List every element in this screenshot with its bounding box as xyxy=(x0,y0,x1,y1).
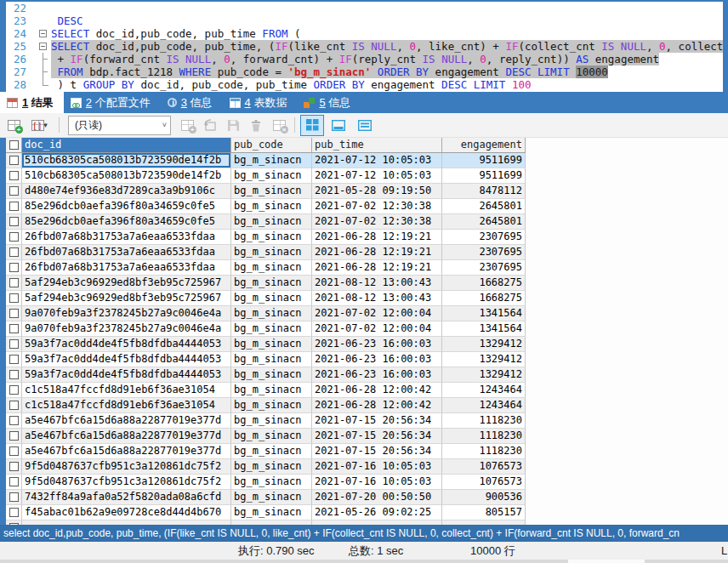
cell-pub-time[interactable]: 2021-06-28 12:00:42 xyxy=(312,383,442,398)
cell-pub-code[interactable]: bg_m_sinacn xyxy=(231,214,312,230)
cell-pub-code[interactable]: bg_m_sinacn xyxy=(231,199,312,214)
tab-table-data[interactable]: 4 表数据 xyxy=(223,92,298,113)
cell-pub-time[interactable]: 2021-06-28 12:19:21 xyxy=(312,260,442,276)
cell-pub-code[interactable]: bg_m_sinacn xyxy=(231,337,312,352)
cell-pub-code[interactable]: bg_m_sinacn xyxy=(231,291,312,306)
cell-pub-time[interactable]: 2021-05-26 09:02:25 xyxy=(312,505,442,520)
table-row[interactable]: 510cb68305ca508013b723590de14f2bbg_m_sin… xyxy=(6,153,526,168)
cancel-changes-button[interactable]: × xyxy=(269,116,289,135)
tab-info[interactable]: 5 信息 xyxy=(297,92,361,113)
row-checkbox[interactable] xyxy=(6,475,22,490)
table-row[interactable]: 9a070feb9a3f2378245b27a9c0046e4abg_m_sin… xyxy=(6,321,526,337)
table-row[interactable]: 85e296dcb0aefa396f80a34659c0fe5bg_m_sina… xyxy=(6,199,526,214)
cell-engagement[interactable]: 2645801 xyxy=(442,214,526,230)
column-header-engagement[interactable]: engagement xyxy=(442,138,526,153)
cell-engagement[interactable]: 8478112 xyxy=(442,184,526,199)
cell-pub-code[interactable]: bg_m_sinacn xyxy=(231,168,312,184)
row-checkbox[interactable] xyxy=(6,168,22,184)
table-row[interactable]: 5af294eb3c96929ed8bf3eb95c725967bg_m_sin… xyxy=(6,276,526,291)
cell-pub-time[interactable]: 2021-07-12 10:05:03 xyxy=(312,153,442,168)
row-checkbox[interactable] xyxy=(6,199,22,214)
cell-engagement[interactable]: 1341564 xyxy=(442,321,526,337)
cell-engagement[interactable]: 1118230 xyxy=(442,413,526,429)
cell-engagement[interactable]: 805157 xyxy=(442,505,526,520)
cell-pub-code[interactable]: bg_m_sinacn xyxy=(231,260,312,276)
editor-line[interactable]: 23 DESC xyxy=(6,14,723,27)
cell-pub-code[interactable]: bg_m_sinacn xyxy=(231,383,312,398)
cell-doc-id[interactable]: 9f5d0487637cfb951c3a120861dc75f2 xyxy=(22,459,231,475)
cell-engagement[interactable]: 1118230 xyxy=(442,444,526,459)
cell-engagement[interactable]: 1243464 xyxy=(442,383,526,398)
row-checkbox[interactable] xyxy=(6,214,22,230)
editor-line[interactable]: 24−SELECT doc_id,pub_code, pub_time FROM… xyxy=(6,27,723,40)
table-row[interactable]: 26fbd07a68b31753a7a6eaa6533fdaabg_m_sina… xyxy=(6,230,526,245)
cell-pub-code[interactable]: bg_m_sinacn xyxy=(231,490,312,505)
form-view-button[interactable] xyxy=(353,115,377,136)
column-header-doc-id[interactable]: doc_id xyxy=(22,138,231,153)
tab-message[interactable]: 3 信息 xyxy=(161,92,223,113)
cell-pub-time[interactable]: 2021-07-02 12:00:04 xyxy=(312,306,442,321)
row-checkbox[interactable] xyxy=(6,429,22,444)
table-row[interactable]: 59a3f7ac0dd4de4f5fb8dfdba4444053bg_m_sin… xyxy=(6,337,526,352)
cell-doc-id[interactable]: 510cb68305ca508013b723590de14f2b xyxy=(22,168,231,184)
cell-pub-code[interactable]: bg_m_sinacn xyxy=(231,413,312,429)
cell-engagement[interactable]: 1076573 xyxy=(442,459,526,475)
cell-engagement[interactable]: 1329412 xyxy=(442,352,526,367)
cell-engagement[interactable]: 2307695 xyxy=(442,260,526,276)
table-row[interactable]: 26fbd07a68b31753a7a6eaa6533fdaabg_m_sina… xyxy=(6,260,526,276)
table-row[interactable]: c1c518a47fccfd8d91eb6f36ae31054bg_m_sina… xyxy=(6,398,526,413)
cell-doc-id[interactable]: 9a070feb9a3f2378245b27a9c0046e4a xyxy=(22,306,231,321)
cell-pub-time[interactable]: 2021-07-02 12:00:04 xyxy=(312,321,442,337)
add-record-button[interactable]: + xyxy=(177,116,197,135)
save-button[interactable] xyxy=(223,116,243,135)
cell-pub-time[interactable]: 2021-06-28 12:19:21 xyxy=(312,245,442,260)
cell-pub-time[interactable]: 2021-07-15 20:56:34 xyxy=(312,413,442,429)
table-row[interactable]: 5af294eb3c96929ed8bf3eb95c725967bg_m_sin… xyxy=(6,291,526,306)
cell-pub-time[interactable]: 2021-08-12 13:00:43 xyxy=(312,276,442,291)
cell-pub-time[interactable]: 2021-07-20 00:50:50 xyxy=(312,490,442,505)
result-mode-select[interactable]: (只读) ˅ xyxy=(68,116,171,135)
editor-line[interactable]: 26 + IF(forward_cnt IS NULL, 0, forward_… xyxy=(6,53,723,65)
cell-doc-id[interactable]: a5e467bfc6a15d6a88a22877019e377d xyxy=(22,444,231,459)
cell-pub-code[interactable]: bg_m_sinacn xyxy=(231,459,312,475)
cell-engagement[interactable]: 1118230 xyxy=(442,429,526,444)
delete-record-button[interactable] xyxy=(246,116,266,135)
apply-grid-button[interactable]: + xyxy=(3,116,24,135)
select-range-button[interactable]: [ ] ▼ xyxy=(26,116,54,135)
column-header-pub-code[interactable]: pub_code xyxy=(231,138,312,153)
cell-engagement[interactable]: 1329412 xyxy=(442,367,526,383)
row-checkbox[interactable] xyxy=(6,245,22,260)
cell-doc-id[interactable]: 59a3f7ac0dd4de4f5fb8dfdba4444053 xyxy=(22,352,231,367)
cell-doc-id[interactable]: 85e296dcb0aefa396f80a34659c0fe5 xyxy=(22,214,231,230)
cell-engagement[interactable]: 2307695 xyxy=(442,245,526,260)
cell-engagement[interactable]: 900536 xyxy=(442,490,526,505)
cell-doc-id[interactable]: 59a3f7ac0dd4de4f5fb8dfdba4444053 xyxy=(22,337,231,352)
cell-pub-time[interactable]: 2021-07-16 10:05:03 xyxy=(312,475,442,490)
table-row[interactable]: 85e296dcb0aefa396f80a34659c0fe5bg_m_sina… xyxy=(6,214,526,230)
cell-pub-code[interactable]: bg_m_sinacn xyxy=(231,429,312,444)
editor-line[interactable]: 28 ) t GROUP BY doc_id, pub_code, pub_ti… xyxy=(6,78,723,91)
cell-engagement[interactable]: 1243464 xyxy=(442,398,526,413)
revert-button[interactable] xyxy=(200,116,220,135)
cell-pub-time[interactable]: 2021-08-12 13:00:43 xyxy=(312,291,442,306)
row-checkbox[interactable] xyxy=(6,260,22,276)
tab-results[interactable]: 1 结果 xyxy=(0,92,64,113)
cell-pub-time[interactable]: 2021-06-23 16:00:03 xyxy=(312,367,442,383)
grid-view-button[interactable] xyxy=(300,115,324,136)
cell-doc-id[interactable]: 9a070feb9a3f2378245b27a9c0046e4a xyxy=(22,321,231,337)
text-view-button[interactable] xyxy=(327,115,350,136)
row-checkbox[interactable] xyxy=(6,306,22,321)
row-checkbox[interactable] xyxy=(6,291,22,306)
cell-pub-time[interactable]: 2021-06-23 16:00:03 xyxy=(312,352,442,367)
sql-editor[interactable]: 2223 DESC24−SELECT doc_id,pub_code, pub_… xyxy=(0,0,728,92)
table-row[interactable]: 59a3f7ac0dd4de4f5fb8dfdba4444053bg_m_sin… xyxy=(6,367,526,383)
cell-doc-id[interactable]: 26fbd07a68b31753a7a6eaa6533fdaa xyxy=(22,230,231,245)
cell-doc-id[interactable]: 26fbd07a68b31753a7a6eaa6533fdaa xyxy=(22,260,231,276)
tab-profiles[interactable]: 2 个配置文件 xyxy=(64,92,161,113)
cell-doc-id[interactable]: 26fbd07a68b31753a7a6eaa6533fdaa xyxy=(22,245,231,260)
cell-pub-code[interactable]: bg_m_sinacn xyxy=(231,475,312,490)
cell-pub-code[interactable]: bg_m_sinacn xyxy=(231,184,312,199)
cell-pub-time[interactable]: 2021-07-15 20:56:34 xyxy=(312,429,442,444)
cell-pub-code[interactable]: bg_m_sinacn xyxy=(231,444,312,459)
cell-pub-time[interactable]: 2021-06-23 16:00:03 xyxy=(312,337,442,352)
